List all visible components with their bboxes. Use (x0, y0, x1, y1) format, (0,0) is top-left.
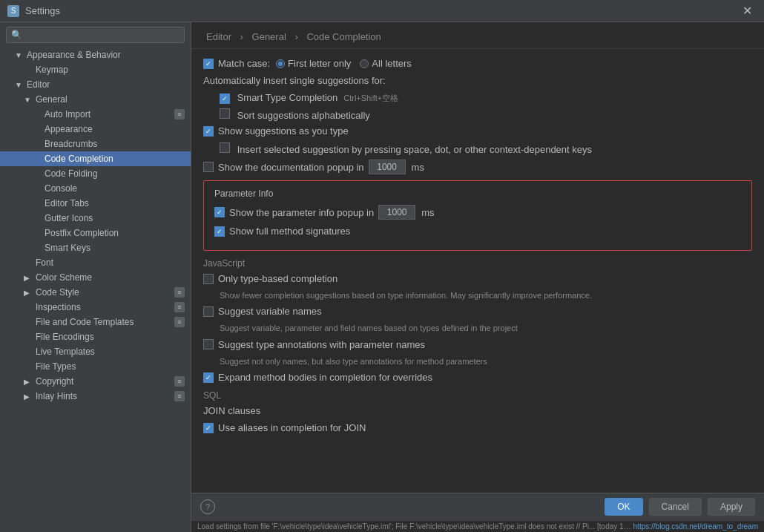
expand-method-label[interactable]: Expand method bodies in completion for o… (203, 372, 432, 383)
show-param-popup-label[interactable]: Show the parameter info popup in (214, 207, 374, 218)
javascript-section-header: JavaScript (203, 258, 752, 269)
main-content: Editor › General › Code Completion Match… (191, 22, 764, 532)
show-suggestions-checkbox[interactable] (203, 126, 214, 137)
close-button[interactable]: ✕ (738, 2, 757, 19)
suggest-type-ann-text: Suggest type annotations with parameter … (218, 339, 425, 350)
all-letters-label: All letters (372, 58, 411, 69)
sidebar-item-file-code-templates[interactable]: File and Code Templates ≡ (0, 315, 191, 329)
sidebar-item-general[interactable]: ▼ General (0, 92, 191, 107)
doc-popup-ms-input[interactable] (369, 160, 406, 174)
sidebar-item-label: File Types (36, 361, 76, 372)
search-icon: 🔍 (11, 30, 22, 40)
sidebar-item-code-folding[interactable]: Code Folding (0, 166, 191, 181)
sidebar-item-label: Appearance (45, 124, 93, 134)
use-aliases-label[interactable]: Use aliases in completion for JOIN (203, 422, 366, 433)
sidebar-item-live-templates[interactable]: Live Templates (0, 344, 191, 359)
sidebar-item-editor-tabs[interactable]: Editor Tabs (0, 196, 191, 211)
expand-arrow: ▼ (24, 96, 33, 104)
all-letters-radio[interactable] (360, 59, 369, 68)
match-case-checkbox[interactable] (203, 59, 214, 69)
sidebar-item-appearance[interactable]: Appearance (0, 122, 191, 137)
sidebar-item-label: Auto Import (45, 109, 90, 119)
suggest-vars-subtext: Suggest variable, parameter and field na… (203, 323, 752, 334)
sort-alpha-text: Sort suggestions alphabetically (237, 110, 370, 121)
first-letter-label: First letter only (288, 58, 351, 69)
suggest-vars-label[interactable]: Suggest variable names (203, 306, 321, 317)
sidebar-item-keymap[interactable]: Keymap (0, 62, 191, 77)
sidebar-item-code-completion[interactable]: Code Completion (0, 151, 191, 166)
sidebar-item-breadcrumbs[interactable]: Breadcrumbs (0, 137, 191, 151)
param-popup-ms-input[interactable] (378, 205, 415, 220)
smart-type-label[interactable]: Smart Type Completion (220, 92, 337, 104)
sidebar-item-gutter-icons[interactable]: Gutter Icons (0, 211, 191, 226)
sidebar-item-font[interactable]: Font (0, 255, 191, 270)
sidebar-item-file-encodings[interactable]: File Encodings (0, 329, 191, 344)
sidebar-item-copyright[interactable]: ▶ Copyright ≡ (0, 374, 191, 389)
sort-alpha-label[interactable]: Sort suggestions alphabetically (220, 108, 370, 121)
search-input[interactable] (25, 30, 180, 40)
badge-icon: ≡ (174, 317, 185, 327)
sidebar-item-inspections[interactable]: Inspections ≡ (0, 300, 191, 315)
breadcrumb-part3: Code Completion (306, 31, 381, 42)
show-suggestions-label[interactable]: Show suggestions as you type (203, 125, 349, 137)
sidebar-item-inlay-hints[interactable]: ▶ Inlay Hints ≡ (0, 389, 191, 404)
sort-alpha-checkbox[interactable] (220, 108, 230, 119)
sidebar-item-file-types[interactable]: File Types (0, 359, 191, 374)
type-based-checkbox[interactable] (203, 274, 214, 284)
cancel-button[interactable]: Cancel (649, 498, 702, 516)
use-aliases-text: Use aliases in completion for JOIN (218, 422, 366, 433)
sidebar-item-auto-import[interactable]: Auto Import ≡ (0, 107, 191, 122)
join-clauses-row: JOIN clauses (203, 405, 752, 416)
show-full-sigs-label[interactable]: Show full method signatures (214, 226, 350, 237)
sidebar-item-editor[interactable]: ▼ Editor (0, 77, 191, 92)
sidebar-item-label: Appearance & Behavior (27, 50, 121, 60)
sidebar-item-appearance-behavior[interactable]: ▼ Appearance & Behavior (0, 47, 191, 62)
sidebar-item-label: Postfix Completion (45, 228, 119, 238)
sidebar-item-console[interactable]: Console (0, 181, 191, 196)
sidebar-item-label: Gutter Icons (45, 213, 93, 223)
match-case-row: Match case: First letter only All letter… (203, 58, 752, 69)
search-box[interactable]: 🔍 (6, 27, 185, 43)
insert-selected-checkbox[interactable] (220, 142, 230, 153)
app-icon: S (7, 5, 19, 17)
all-letters-option[interactable]: All letters (360, 58, 411, 69)
sidebar-item-label: Inspections (36, 302, 81, 312)
sidebar-item-code-style[interactable]: ▶ Code Style ≡ (0, 285, 191, 300)
show-doc-popup-label[interactable]: Show the documentation popup in (203, 162, 364, 173)
tree-area: ▼ Appearance & Behavior Keymap ▼ Editor … (0, 47, 191, 532)
sidebar-item-postfix-completion[interactable]: Postfix Completion (0, 226, 191, 240)
smart-type-checkbox[interactable] (220, 93, 230, 104)
show-param-popup-text: Show the parameter info popup in (229, 207, 374, 218)
insert-selected-label[interactable]: Insert selected suggestion by pressing s… (220, 142, 592, 155)
sort-alpha-row: Sort suggestions alphabetically (203, 108, 752, 121)
suggest-vars-text: Suggest variable names (218, 306, 321, 317)
show-full-sigs-row: Show full method signatures (214, 226, 741, 237)
insert-selected-row: Insert selected suggestion by pressing s… (203, 142, 752, 155)
sidebar-item-label: Live Templates (36, 347, 95, 357)
sidebar-item-smart-keys[interactable]: Smart Keys (0, 240, 191, 255)
sidebar-item-color-scheme[interactable]: ▶ Color Scheme (0, 270, 191, 285)
expand-method-checkbox[interactable] (203, 372, 214, 383)
show-full-sigs-checkbox[interactable] (214, 226, 225, 237)
show-doc-popup-checkbox[interactable] (203, 162, 214, 172)
type-based-text: Only type-based completion (218, 273, 337, 284)
apply-button[interactable]: Apply (708, 498, 755, 516)
ok-button[interactable]: OK (605, 498, 642, 516)
help-button[interactable]: ? (200, 499, 215, 514)
first-letter-option[interactable]: First letter only (276, 58, 351, 69)
suggest-type-ann-checkbox[interactable] (203, 339, 214, 349)
show-param-popup-checkbox[interactable] (214, 207, 225, 217)
first-letter-radio[interactable] (276, 59, 285, 68)
breadcrumb-part1: Editor (206, 31, 231, 42)
titlebar: S Settings ✕ (0, 0, 764, 22)
sidebar-item-label: Breadcrumbs (45, 139, 97, 149)
use-aliases-checkbox[interactable] (203, 423, 214, 433)
suggest-vars-checkbox[interactable] (203, 306, 214, 317)
status-link[interactable]: https://blog.csdn.net/dream_to_dream (633, 522, 758, 531)
breadcrumb-sep1: › (240, 31, 246, 42)
type-based-label[interactable]: Only type-based completion (203, 273, 337, 284)
match-case-label[interactable]: Match case: (203, 58, 270, 69)
badge-icon: ≡ (174, 391, 185, 401)
suggest-type-ann-label[interactable]: Suggest type annotations with parameter … (203, 339, 425, 350)
content-area: 🔍 ▼ Appearance & Behavior Keymap ▼ Edito… (0, 22, 764, 532)
